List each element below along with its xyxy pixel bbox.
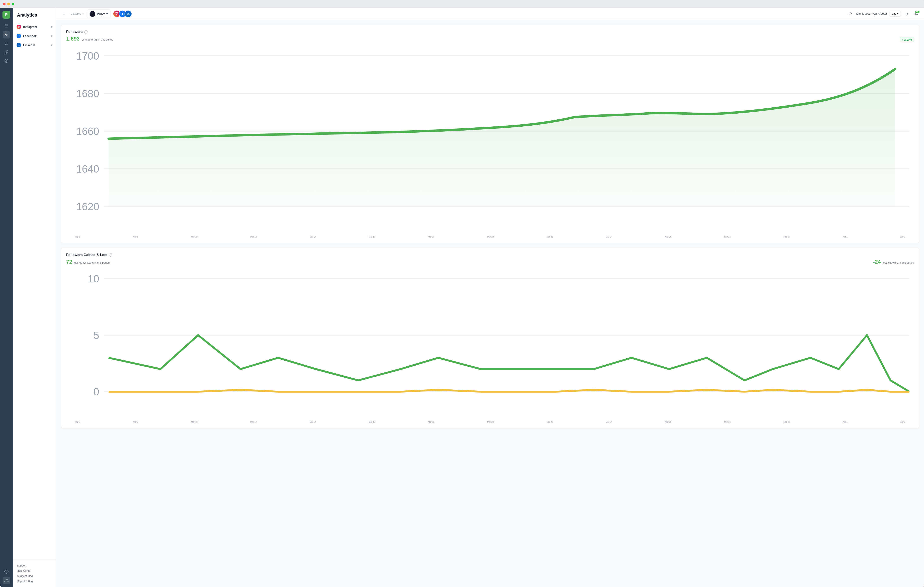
svg-text:1700: 1700 (76, 50, 99, 62)
report-bug-link[interactable]: Report a Bug (17, 579, 52, 584)
facebook-icon (16, 34, 21, 38)
app-window: P (0, 0, 924, 587)
maximize-button[interactable] (12, 3, 14, 5)
day-selector[interactable]: Day ▾ (889, 11, 901, 17)
sidebar-item-facebook[interactable]: Facebook ▾ (13, 31, 56, 41)
gained-lost-chart-card: Followers Gained & Lost i 72 gained foll… (61, 248, 919, 428)
suggest-idea-link[interactable]: Suggest Idea (17, 573, 52, 579)
notif-badge: 50+ (915, 11, 919, 13)
sidebar-title: Analytics (13, 8, 56, 21)
analytics-icon[interactable] (3, 31, 10, 38)
instagram-label: Instagram (23, 25, 37, 28)
svg-point-6 (6, 571, 7, 572)
viewing-label: VIEWING > (71, 12, 84, 15)
svg-point-18 (117, 13, 118, 13)
gained-lost-chart-header: Followers Gained & Lost i (66, 253, 914, 257)
profile-badges (115, 10, 132, 18)
svg-text:1680: 1680 (76, 88, 99, 99)
svg-point-17 (116, 13, 117, 15)
explore-icon[interactable] (3, 57, 10, 64)
followers-pct-badge: ↑ 2.19% (900, 37, 914, 42)
account-name: Pallyy (97, 12, 105, 15)
lost-stat: -24 (873, 259, 881, 265)
account-avatar: P (89, 11, 96, 17)
svg-text:0: 0 (94, 386, 99, 398)
date-range: Mar 6, 2022 - Apr 4, 2022 (856, 12, 886, 15)
svg-text:1620: 1620 (76, 201, 99, 213)
close-button[interactable] (3, 3, 6, 5)
topbar-actions: Mar 6, 2022 - Apr 4, 2022 Day ▾ 50+ (846, 10, 920, 17)
lightning-button[interactable] (903, 10, 910, 17)
svg-rect-16 (116, 12, 118, 15)
main-content: VIEWING > P Pallyy ▾ (56, 8, 924, 587)
svg-text:1640: 1640 (76, 163, 99, 175)
followers-change-desc: change of 37 in this period (82, 38, 113, 41)
svg-rect-8 (18, 26, 20, 28)
svg-rect-0 (5, 25, 8, 28)
account-selector[interactable]: P Pallyy ▾ (87, 10, 111, 18)
gained-lost-info-icon[interactable]: i (109, 253, 112, 256)
svg-text:10: 10 (88, 273, 99, 285)
gained-desc: gained followers in this period (74, 261, 110, 264)
sidebar: Analytics Instagram ▾ Facebook ▾ (13, 8, 56, 587)
links-icon[interactable] (3, 48, 10, 56)
svg-point-20 (127, 13, 128, 13)
svg-point-9 (18, 26, 19, 27)
app-logo[interactable]: P (2, 11, 10, 19)
followers-chart-wrapper: 1700 1680 1660 1640 1620 (66, 46, 914, 238)
followers-info-icon[interactable]: i (84, 30, 87, 33)
help-center-link[interactable]: Help Center (17, 568, 52, 573)
icon-rail: P (0, 8, 13, 587)
minimize-button[interactable] (7, 3, 10, 5)
followers-chart-title: Followers (66, 30, 82, 34)
instagram-chevron-icon: ▾ (51, 25, 52, 28)
lost-desc: lost followers in this period (883, 261, 914, 264)
sidebar-item-linkedin[interactable]: LinkedIn ▾ (13, 41, 56, 50)
linkedin-chevron-icon: ▾ (51, 43, 52, 47)
settings-icon[interactable] (3, 568, 10, 575)
content-area: Followers i 1,693 change of 37 in this p… (56, 20, 924, 587)
refresh-button[interactable] (846, 10, 854, 17)
sidebar-item-instagram[interactable]: Instagram ▾ (13, 22, 56, 31)
followers-stat: 1,693 (66, 36, 80, 42)
svg-point-7 (5, 579, 7, 580)
badge-linkedin[interactable] (125, 10, 132, 18)
svg-point-12 (18, 44, 18, 45)
svg-rect-11 (18, 45, 18, 46)
svg-text:5: 5 (94, 330, 99, 341)
facebook-chevron-icon: ▾ (51, 34, 52, 38)
svg-point-10 (19, 26, 20, 26)
gained-lost-chart-wrapper: 10 5 0 Mar 6 (66, 269, 914, 423)
sidebar-nav: Instagram ▾ Facebook ▾ LinkedIn ▾ (13, 21, 56, 559)
topbar: VIEWING > P Pallyy ▾ (56, 8, 924, 20)
gained-stat: 72 (66, 259, 72, 265)
svg-text:1660: 1660 (76, 126, 99, 137)
svg-marker-21 (906, 12, 908, 15)
linkedin-icon (16, 43, 21, 47)
titlebar (0, 0, 924, 8)
followers-chart-header: Followers i (66, 30, 914, 34)
linkedin-label: LinkedIn (23, 43, 35, 47)
notifications-button[interactable]: 50+ (913, 10, 920, 17)
facebook-label: Facebook (23, 34, 36, 38)
sidebar-footer: Support Help Center Suggest Idea Report … (13, 559, 56, 587)
account-chevron-icon: ▾ (106, 12, 108, 15)
menu-button[interactable] (60, 10, 68, 17)
app-body: P (0, 8, 924, 587)
gained-lost-chart-title: Followers Gained & Lost (66, 253, 107, 257)
messages-icon[interactable] (3, 40, 10, 47)
instagram-icon (16, 25, 21, 29)
followers-chart-card: Followers i 1,693 change of 37 in this p… (61, 25, 919, 243)
svg-point-4 (5, 59, 8, 63)
svg-marker-5 (6, 60, 7, 61)
people-icon[interactable] (3, 577, 10, 584)
calendar-icon[interactable] (3, 22, 10, 30)
support-link[interactable]: Support (17, 563, 52, 568)
svg-rect-19 (127, 13, 128, 15)
